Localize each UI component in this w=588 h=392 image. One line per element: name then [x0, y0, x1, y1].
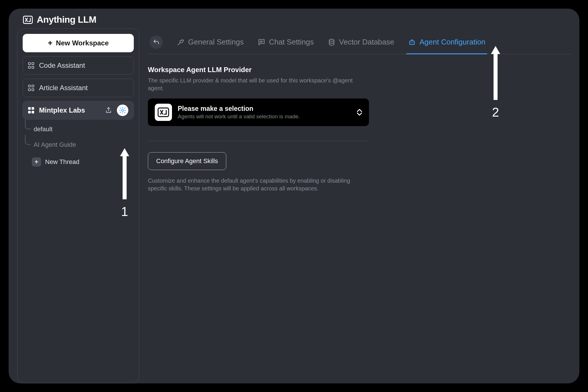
grid-icon: [28, 85, 34, 91]
divider: [148, 141, 369, 141]
workspace-code-assistant[interactable]: Code Assistant: [23, 56, 134, 75]
tab-general-settings[interactable]: General Settings: [177, 30, 244, 54]
logo-icon: [158, 107, 169, 118]
content: Workspace Agent LLM Provider The specifi…: [148, 54, 369, 199]
new-thread-button[interactable]: + New Thread: [31, 155, 134, 169]
svg-point-1: [122, 109, 124, 111]
plus-icon: +: [32, 157, 41, 167]
svg-point-5: [412, 42, 413, 43]
svg-rect-6: [158, 108, 169, 117]
gear-icon: [119, 107, 126, 114]
back-button[interactable]: [150, 36, 163, 49]
wrench-icon: [177, 38, 185, 46]
workspace-mintplex-labs[interactable]: Mintplex Labs: [23, 101, 134, 119]
svg-point-2: [329, 39, 334, 41]
chat-icon: [258, 38, 266, 46]
tab-agent-configuration[interactable]: Agent Configuration: [408, 30, 486, 54]
chevron-up-down-icon: [357, 109, 362, 116]
provider-sub: Agents will not work until a valid selec…: [178, 113, 351, 120]
thread-label: default: [34, 125, 53, 133]
thread-list: default AI Agent Guide + New Thread: [23, 122, 134, 169]
svg-rect-3: [410, 41, 414, 45]
sidebar: + New Workspace Code Assistant Article A…: [17, 28, 139, 383]
workspace-label: Article Assistant: [39, 84, 88, 92]
app-title: Anything LLM: [37, 14, 96, 25]
grid-icon: [28, 107, 34, 113]
svg-rect-0: [23, 16, 32, 24]
tab-label: Agent Configuration: [419, 38, 486, 47]
svg-point-4: [411, 42, 412, 43]
new-thread-label: New Thread: [45, 158, 79, 166]
configure-agent-skills-button[interactable]: Configure Agent Skills: [148, 152, 226, 170]
tree-connector-icon: [25, 135, 31, 145]
section-title: Workspace Agent LLM Provider: [148, 66, 369, 74]
provider-text: Please make a selection Agents will not …: [178, 105, 351, 120]
tab-chat-settings[interactable]: Chat Settings: [258, 30, 314, 54]
tree-connector-icon: [25, 119, 31, 129]
workspace-settings-button[interactable]: [117, 105, 128, 116]
thread-default[interactable]: default: [31, 122, 134, 136]
tab-label: Chat Settings: [269, 38, 314, 47]
robot-icon: [408, 38, 416, 46]
tabs: General Settings Chat Settings Vector Da…: [148, 28, 571, 54]
undo-icon: [153, 39, 160, 46]
grid-icon: [28, 62, 34, 69]
button-label: Configure Agent Skills: [156, 157, 218, 165]
logo-icon: [23, 15, 33, 25]
app-logo: Anything LLM: [23, 14, 96, 25]
section-desc: The specific LLM provider & model that w…: [148, 77, 369, 92]
provider-title: Please make a selection: [178, 105, 351, 113]
workspace-label: Code Assistant: [39, 61, 85, 69]
main: General Settings Chat Settings Vector Da…: [148, 28, 579, 383]
workspace-article-assistant[interactable]: Article Assistant: [23, 79, 134, 97]
workspace-label: Mintplex Labs: [39, 106, 85, 114]
provider-select[interactable]: Please make a selection Agents will not …: [148, 99, 369, 126]
new-workspace-button[interactable]: + New Workspace: [23, 34, 134, 52]
thread-label: AI Agent Guide: [34, 141, 76, 148]
thread-ai-agent-guide[interactable]: AI Agent Guide: [31, 138, 134, 152]
database-icon: [328, 38, 336, 46]
tab-label: Vector Database: [339, 38, 394, 47]
provider-logo: [155, 104, 172, 121]
share-icon[interactable]: [105, 107, 112, 114]
tab-label: General Settings: [188, 38, 244, 47]
plus-icon: +: [48, 38, 53, 48]
tab-vector-database[interactable]: Vector Database: [328, 30, 394, 54]
app-window: Anything LLM + New Workspace Code Assist…: [9, 9, 579, 383]
body: + New Workspace Code Assistant Article A…: [9, 25, 579, 383]
header: Anything LLM: [9, 9, 579, 25]
skills-desc: Customize and enhance the default agent'…: [148, 177, 360, 192]
new-workspace-label: New Workspace: [56, 39, 109, 47]
